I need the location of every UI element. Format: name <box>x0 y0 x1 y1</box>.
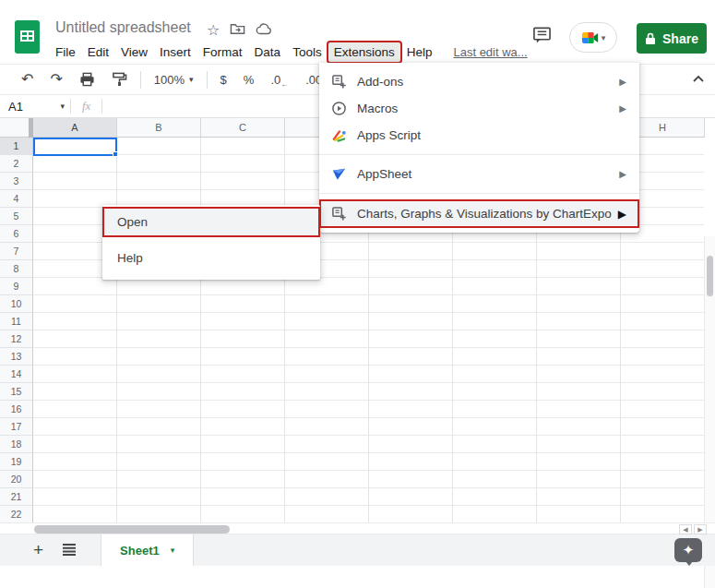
redo-icon[interactable]: ↷ <box>42 72 70 87</box>
row-header-14[interactable]: 14 <box>0 366 33 383</box>
menu-data[interactable]: Data <box>249 42 287 62</box>
menu-item-label: AppSheet <box>357 167 619 181</box>
extensions-menu-item-apps-script[interactable]: Apps Script <box>319 122 639 149</box>
sheet-tab-active[interactable]: Sheet1 ▾ <box>101 534 194 566</box>
format-currency-button[interactable]: $ <box>212 73 235 87</box>
selected-cell-outline <box>33 138 117 156</box>
sheets-logo-icon[interactable] <box>15 20 40 54</box>
menu-view[interactable]: View <box>115 42 153 62</box>
row-header-5[interactable]: 5 <box>0 208 33 225</box>
collapse-toolbar-icon[interactable] <box>691 72 706 90</box>
row-header-3[interactable]: 3 <box>0 173 33 190</box>
row-header-18[interactable]: 18 <box>0 436 33 453</box>
row-header-1[interactable]: 1 <box>0 138 33 155</box>
chevron-down-icon: ▾ <box>189 75 194 84</box>
paint-format-icon[interactable] <box>103 72 136 87</box>
play-circle-icon <box>330 101 347 117</box>
submenu-arrow-icon: ▶ <box>619 103 626 114</box>
zoom-select[interactable]: 100%▾ <box>146 73 202 87</box>
cloud-status-icon[interactable] <box>256 22 272 39</box>
decrease-decimal-button[interactable]: .0← <box>262 73 297 87</box>
row-header-10[interactable]: 10 <box>0 295 33 313</box>
extensions-menu-item-macros[interactable]: Macros▶ <box>319 95 639 122</box>
extensions-menu: Add-ons▶Macros▶Apps ScriptAppSheet▶Chart… <box>319 63 639 233</box>
fx-icon: fx <box>71 99 101 114</box>
extensions-menu-item-charts-graphs-visualizations-by-chartexpo[interactable]: Charts, Graphs & Visualizations by Chart… <box>319 199 639 228</box>
move-folder-icon[interactable] <box>230 22 245 39</box>
row-header-13[interactable]: 13 <box>0 348 33 366</box>
row-header-7[interactable]: 7 <box>0 243 33 260</box>
column-header-B[interactable]: B <box>117 118 201 138</box>
add-sheet-button[interactable]: + <box>24 540 53 560</box>
horizontal-scrollbar[interactable]: ◀ ▶ <box>0 522 715 534</box>
lock-icon <box>645 32 656 45</box>
row-header-6[interactable]: 6 <box>0 225 33 243</box>
submenu-arrow-icon: ▶ <box>618 208 626 221</box>
submenu-item-help[interactable]: Help <box>102 237 320 278</box>
print-icon[interactable] <box>71 72 103 87</box>
row-header-9[interactable]: 9 <box>0 278 33 295</box>
scroll-left-icon[interactable]: ◀ <box>679 524 692 534</box>
chevron-down-icon[interactable]: ▾ <box>60 102 65 111</box>
row-header-12[interactable]: 12 <box>0 330 33 348</box>
menu-insert[interactable]: Insert <box>154 42 197 62</box>
apps-script-icon <box>330 127 347 144</box>
addon-icon <box>330 74 347 90</box>
star-icon[interactable]: ☆ <box>207 21 220 39</box>
row-header-16[interactable]: 16 <box>0 401 33 418</box>
undo-icon[interactable]: ↶ <box>13 72 42 87</box>
extensions-menu-item-add-ons[interactable]: Add-ons▶ <box>319 68 639 95</box>
row-header-20[interactable]: 20 <box>0 471 33 488</box>
row-header-11[interactable]: 11 <box>0 313 33 330</box>
menu-divider <box>319 193 639 194</box>
name-box[interactable]: A1 ▾ <box>0 100 70 114</box>
submenu-arrow-icon: ▶ <box>619 169 626 179</box>
header: Untitled spreadsheet ☆ FileEditViewInser… <box>0 0 715 65</box>
row-header-17[interactable]: 17 <box>0 418 33 436</box>
all-sheets-icon[interactable] <box>53 540 86 560</box>
select-all-corner[interactable] <box>0 118 33 138</box>
meet-button[interactable]: ▾ <box>569 22 617 53</box>
row-header-8[interactable]: 8 <box>0 260 33 278</box>
submenu-item-open[interactable]: Open <box>102 207 320 237</box>
menu-bar: FileEditViewInsertFormatDataToolsExtensi… <box>50 41 528 64</box>
meet-icon <box>581 30 600 45</box>
menu-item-label: Add-ons <box>357 75 619 89</box>
submenu-arrow-icon: ▶ <box>619 77 626 87</box>
column-header-C[interactable]: C <box>201 118 285 138</box>
menu-edit[interactable]: Edit <box>82 42 114 62</box>
menu-file[interactable]: File <box>50 42 81 62</box>
row-header-15[interactable]: 15 <box>0 383 33 401</box>
appsheet-icon <box>330 166 347 183</box>
extensions-menu-item-appsheet[interactable]: AppSheet▶ <box>319 161 639 187</box>
chevron-down-icon[interactable]: ▾ <box>171 546 175 555</box>
horizontal-scrollbar-thumb[interactable] <box>34 525 230 534</box>
row-header-2[interactable]: 2 <box>0 155 33 173</box>
row-header-19[interactable]: 19 <box>0 453 33 471</box>
left-arrow-icon: ← <box>280 80 288 89</box>
format-percent-button[interactable]: % <box>235 73 263 87</box>
chartexpo-submenu: OpenHelp <box>102 205 320 280</box>
google-sheets-window: Untitled spreadsheet ☆ FileEditViewInser… <box>0 0 715 588</box>
fill-handle[interactable] <box>113 151 118 157</box>
scroll-right-icon[interactable]: ▶ <box>694 524 707 534</box>
column-header-A[interactable]: A <box>33 118 117 138</box>
menu-item-label: Apps Script <box>357 128 626 142</box>
meet-dropdown-caret[interactable]: ▾ <box>602 33 606 42</box>
share-button[interactable]: Share <box>637 23 707 54</box>
document-title[interactable]: Untitled spreadsheet <box>55 19 191 36</box>
comment-icon[interactable] <box>532 26 552 48</box>
row-header-22[interactable]: 22 <box>0 506 33 523</box>
vertical-scrollbar-thumb[interactable] <box>707 256 713 296</box>
menu-help[interactable]: Help <box>401 42 438 62</box>
row-header-4[interactable]: 4 <box>0 190 33 208</box>
addon-icon <box>330 206 347 222</box>
menu-item-label: Macros <box>357 102 619 115</box>
explore-button[interactable]: ✦ <box>674 538 702 562</box>
menu-extensions[interactable]: Extensions <box>328 42 400 62</box>
menu-tools[interactable]: Tools <box>287 42 328 62</box>
menu-divider <box>319 154 639 155</box>
row-header-21[interactable]: 21 <box>0 488 33 506</box>
menu-format[interactable]: Format <box>197 42 248 62</box>
last-edit-link[interactable]: Last edit wa... <box>453 45 527 59</box>
